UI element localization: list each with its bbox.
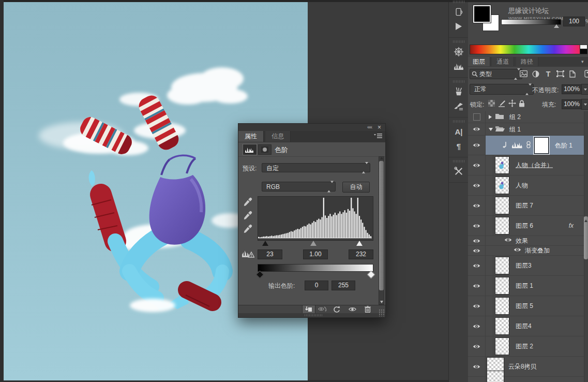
effect-eye-icon[interactable] xyxy=(514,247,521,254)
gray-point-eyedropper-icon[interactable] xyxy=(243,211,252,220)
panel-grip[interactable] xyxy=(305,314,322,316)
layer-name[interactable]: 图层4 xyxy=(516,322,532,331)
paragraph-panel-icon[interactable]: ¶ xyxy=(451,139,466,153)
navigator-panel-icon[interactable] xyxy=(451,45,466,58)
k-value-field[interactable]: 100 xyxy=(563,17,585,26)
output-white-slider[interactable] xyxy=(367,271,375,279)
tab-paths[interactable]: 路径 xyxy=(516,57,538,66)
layer-row-body[interactable]: 图层 2 xyxy=(486,336,584,356)
layer-row-渐变叠加[interactable]: 渐变叠加 xyxy=(468,246,584,256)
foreground-color-swatch[interactable] xyxy=(473,5,491,23)
layer-row-人物（合并）[interactable]: 人物（合并） xyxy=(468,155,584,175)
dock-grip[interactable] xyxy=(453,1,464,3)
expand-group-icon[interactable] xyxy=(489,115,492,119)
visibility-eye-icon[interactable] xyxy=(468,276,486,296)
visibility-eye-icon[interactable] xyxy=(468,316,486,336)
filter-adjustment-icon[interactable] xyxy=(531,69,540,78)
character-panel-icon[interactable]: A| xyxy=(451,125,466,138)
dock-grip[interactable] xyxy=(453,160,464,163)
properties-scrollbar-thumb[interactable] xyxy=(379,161,384,290)
visibility-eye-icon[interactable] xyxy=(468,336,486,356)
visibility-eye-icon[interactable] xyxy=(468,216,486,236)
dock-grip[interactable] xyxy=(453,80,464,83)
layer-row-图层 5[interactable]: 图层 5 xyxy=(468,296,584,316)
layer-row-人物[interactable]: 人物 xyxy=(468,175,584,196)
filter-smartobject-icon[interactable] xyxy=(567,69,577,78)
lock-all-icon[interactable] xyxy=(517,99,526,108)
tab-layers[interactable]: 图层 xyxy=(468,57,490,66)
layer-thumbnail[interactable] xyxy=(495,337,509,355)
layer-thumbnail[interactable] xyxy=(495,177,509,194)
levels-histogram[interactable] xyxy=(258,196,373,241)
input-gamma-field[interactable]: 1.00 xyxy=(303,249,328,259)
blend-mode-dropdown[interactable]: 正常 xyxy=(470,84,534,95)
black-point-eyedropper-icon[interactable] xyxy=(243,197,252,207)
layer-mask-thumbnail[interactable] xyxy=(534,137,549,154)
lock-position-icon[interactable] xyxy=(507,99,517,108)
visibility-eye-icon[interactable] xyxy=(468,175,486,195)
fill-dropdown-arrow[interactable] xyxy=(581,99,588,110)
layer-name[interactable]: 渐变叠加 xyxy=(525,246,550,255)
visibility-toggle-empty[interactable] xyxy=(468,111,486,123)
layer-thumbnail[interactable] xyxy=(495,217,509,234)
close-icon[interactable]: × xyxy=(378,124,381,131)
layer-row-body[interactable]: 图层4 xyxy=(486,316,584,336)
color-spectrum-ramp[interactable] xyxy=(470,45,587,54)
scroll-up-icon[interactable] xyxy=(380,157,383,159)
layer-name[interactable]: 图层3 xyxy=(516,261,532,270)
layer-row-云朵8拷贝[interactable]: 云朵8拷贝 xyxy=(468,357,584,377)
filter-image-icon[interactable] xyxy=(519,69,528,78)
reset-icon[interactable] xyxy=(330,305,343,313)
layer-thumbnail[interactable] xyxy=(495,156,509,174)
layer-thumbnail[interactable] xyxy=(495,257,509,274)
layer-row-图层 1[interactable]: 图层 1 xyxy=(468,276,584,296)
layer-row-图层3[interactable]: 图层3 xyxy=(468,256,584,276)
output-black-slider[interactable] xyxy=(256,271,264,279)
tab-channels[interactable]: 通道 xyxy=(492,57,514,66)
layer-row-色阶 1[interactable]: 色阶 1 xyxy=(468,136,584,155)
delete-icon[interactable] xyxy=(361,305,374,313)
auto-button[interactable]: 自动 xyxy=(342,182,370,193)
layer-name[interactable]: 色阶 1 xyxy=(555,141,572,150)
history-panel-icon[interactable] xyxy=(451,5,466,19)
visibility-eye-icon[interactable] xyxy=(468,256,486,275)
layer-row-组 2[interactable]: 组 2 xyxy=(468,111,584,123)
visibility-eye-icon[interactable] xyxy=(468,123,486,135)
dock-grip[interactable] xyxy=(453,120,464,123)
layer-name[interactable]: 图层 7 xyxy=(516,201,533,210)
output-white-field[interactable]: 255 xyxy=(331,281,355,290)
layer-row-body[interactable] xyxy=(486,377,584,382)
layer-name[interactable]: 图层 2 xyxy=(516,342,533,351)
opacity-value-field[interactable]: 100% xyxy=(562,84,582,94)
collapse-effects-icon[interactable] xyxy=(584,219,587,222)
link-mask-icon[interactable] xyxy=(526,141,531,150)
layer-name[interactable]: 组 1 xyxy=(509,125,521,134)
properties-resize-bar[interactable] xyxy=(238,313,385,317)
layer-thumbnail[interactable] xyxy=(495,277,509,295)
levels-adjustment-icon[interactable] xyxy=(511,141,523,150)
layer-name[interactable]: 云朵8拷贝 xyxy=(508,362,537,371)
visibility-eye-icon[interactable] xyxy=(468,296,486,316)
layer-name[interactable]: 人物（合并） xyxy=(516,161,553,170)
k-slider-pointer[interactable] xyxy=(554,24,559,28)
tool-presets-panel-icon[interactable] xyxy=(451,165,466,178)
layer-row-效果[interactable]: 效果 xyxy=(468,236,584,246)
visibility-toggle-empty[interactable] xyxy=(468,377,486,382)
tab-info[interactable]: 信息 xyxy=(265,131,291,142)
preset-dropdown[interactable]: 自定 xyxy=(262,163,370,172)
visibility-eye-icon[interactable] xyxy=(468,155,486,175)
fill-value-field[interactable]: 100% xyxy=(562,99,582,109)
visibility-eye-icon[interactable] xyxy=(468,246,486,255)
visibility-icon[interactable] xyxy=(346,305,358,313)
dock-grip[interactable] xyxy=(453,40,464,43)
filter-kind-dropdown[interactable]: 类型 xyxy=(470,69,522,79)
layer-row-body[interactable]: 组 1 xyxy=(486,123,584,135)
layer-thumbnail[interactable] xyxy=(495,317,509,335)
layer-thumbnail[interactable] xyxy=(495,197,509,214)
filter-shape-icon[interactable] xyxy=(555,69,565,78)
layer-name[interactable]: 图层 1 xyxy=(516,282,533,290)
brush-panel-icon[interactable] xyxy=(451,85,466,98)
layer-row-图层4[interactable]: 图层4 xyxy=(468,316,584,336)
tab-properties[interactable]: 属性 xyxy=(238,131,264,142)
opacity-dropdown-arrow[interactable] xyxy=(581,84,588,95)
